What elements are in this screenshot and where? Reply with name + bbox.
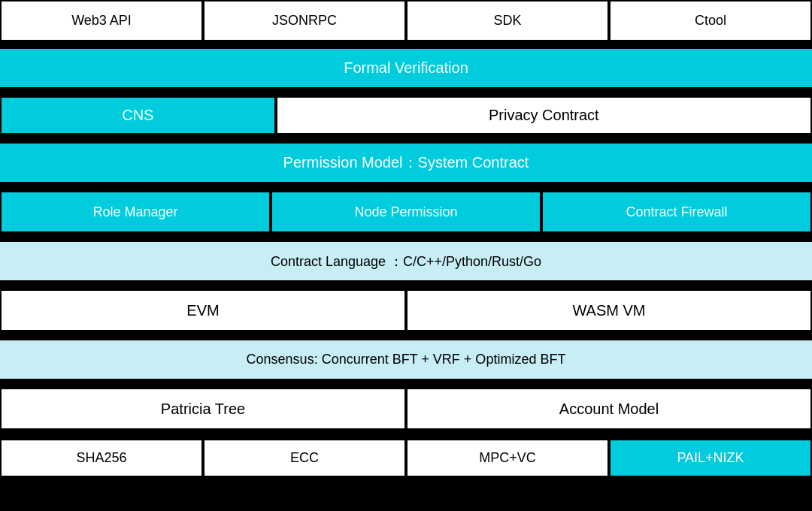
- mpc-label: MPC+VC: [479, 450, 536, 466]
- web3-api-cell: Web3 API: [0, 2, 203, 40]
- gap-1: [0, 41, 812, 47]
- lang-row: Contract Language ：C/C++/Python/Rust/Go: [0, 240, 812, 282]
- gap-3: [0, 136, 812, 142]
- gap-9: [0, 431, 812, 437]
- role-manager-label: Role Manager: [92, 204, 177, 220]
- account-cell: Account Model: [406, 388, 812, 430]
- web3-api-label: Web3 API: [71, 13, 132, 29]
- evm-cell: EVM: [0, 289, 406, 331]
- ecc-cell: ECC: [203, 439, 406, 477]
- jsonrpc-cell: JSONRPC: [203, 2, 406, 40]
- gap-2: [0, 89, 812, 95]
- gap-5: [0, 234, 812, 240]
- privacy-cell: Privacy Contract: [276, 96, 812, 135]
- gap-8: [0, 380, 812, 386]
- patricia-label: Patricia Tree: [161, 401, 245, 418]
- tools-row: Web3 API JSONRPC SDK Ctool: [0, 0, 812, 41]
- privacy-label: Privacy Contract: [489, 107, 599, 124]
- consensus-row: Consensus: Concurrent BFT + VRF + Optimi…: [0, 339, 812, 380]
- permission-label: Permission Model：System Contract: [283, 153, 529, 173]
- consensus-label: Consensus: Concurrent BFT + VRF + Optimi…: [247, 352, 566, 367]
- gap-7: [0, 333, 812, 339]
- vm-row: EVM WASM VM: [0, 288, 812, 333]
- gap-6: [0, 282, 812, 288]
- lang-label: Contract Language ：C/C++/Python/Rust/Go: [271, 252, 541, 271]
- cns-label: CNS: [122, 107, 153, 124]
- permission-row: Permission Model：System Contract: [0, 142, 812, 183]
- sha256-cell: SHA256: [0, 439, 203, 477]
- jsonrpc-label: JSONRPC: [272, 13, 337, 29]
- evm-label: EVM: [186, 302, 219, 319]
- roles-row: Role Manager Node Permission Contract Fi…: [0, 189, 812, 234]
- storage-row: Patricia Tree Account Model: [0, 386, 812, 431]
- consensus-cell: Consensus: Concurrent BFT + VRF + Optimi…: [0, 340, 812, 379]
- ctool-label: Ctool: [695, 13, 726, 29]
- pail-label: PAIL+NIZK: [677, 450, 744, 466]
- sdk-cell: SDK: [406, 2, 609, 40]
- ctool-cell: Ctool: [609, 2, 812, 40]
- account-label: Account Model: [559, 401, 659, 418]
- formal-row: Formal Verification: [0, 47, 812, 89]
- wasm-cell: WASM VM: [406, 289, 812, 331]
- sha256-label: SHA256: [76, 450, 126, 466]
- node-permission-cell: Node Permission: [271, 191, 541, 233]
- patricia-cell: Patricia Tree: [0, 388, 406, 430]
- cns-cell: CNS: [0, 96, 276, 135]
- role-manager-cell: Role Manager: [0, 191, 271, 233]
- pail-cell: PAIL+NIZK: [609, 439, 812, 477]
- formal-cell: Formal Verification: [0, 49, 812, 87]
- contract-firewall-cell: Contract Firewall: [541, 191, 812, 233]
- contract-firewall-label: Contract Firewall: [626, 204, 727, 220]
- sdk-label: SDK: [493, 13, 521, 29]
- node-permission-label: Node Permission: [354, 204, 457, 220]
- crypto-row: SHA256 ECC MPC+VC PAIL+NIZK: [0, 437, 812, 479]
- gap-4: [0, 183, 812, 189]
- wasm-label: WASM VM: [572, 302, 645, 319]
- permission-cell: Permission Model：System Contract: [0, 144, 812, 182]
- cns-row: CNS Privacy Contract: [0, 95, 812, 136]
- mpc-cell: MPC+VC: [406, 439, 609, 477]
- lang-cell: Contract Language ：C/C++/Python/Rust/Go: [0, 242, 812, 280]
- ecc-label: ECC: [290, 450, 319, 466]
- formal-label: Formal Verification: [344, 59, 468, 77]
